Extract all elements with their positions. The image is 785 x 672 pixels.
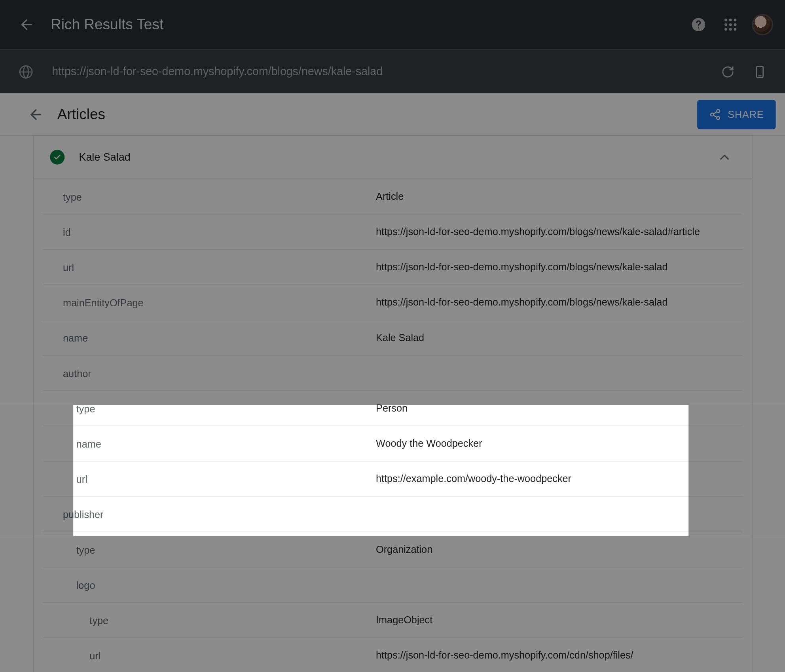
property-value: https://json-ld-for-seo-demo.myshopify.c…	[376, 647, 742, 663]
property-value: Woody the Woodpecker	[376, 436, 742, 451]
svg-line-21	[713, 112, 717, 114]
property-key: author	[43, 365, 376, 381]
property-key: logo	[43, 577, 376, 592]
svg-point-7	[729, 23, 732, 26]
property-row: publisher	[43, 497, 742, 532]
back-button[interactable]	[15, 13, 39, 37]
property-row: urlhttps://json-ld-for-seo-demo.myshopif…	[43, 638, 742, 672]
property-key: url	[43, 259, 376, 275]
svg-point-5	[734, 19, 737, 21]
refresh-icon	[721, 65, 735, 78]
property-value: https://json-ld-for-seo-demo.myshopify.c…	[376, 294, 742, 310]
svg-line-22	[713, 115, 717, 117]
property-key: name	[43, 330, 376, 345]
property-row: logo	[43, 568, 742, 603]
svg-point-9	[724, 28, 727, 31]
arrow-left-icon	[28, 106, 44, 122]
property-row: mainEntityOfPagehttps://json-ld-for-seo-…	[43, 285, 742, 320]
status-badge	[49, 150, 64, 165]
property-value: Article	[376, 188, 742, 204]
app-title: Rich Results Test	[51, 16, 163, 33]
svg-point-3	[724, 19, 727, 21]
property-row: typePerson	[43, 391, 742, 426]
property-row: urlhttps://example.com/woody-the-woodpec…	[43, 461, 742, 497]
property-row: nameWoody the Woodpecker	[43, 426, 742, 461]
property-value: ImageObject	[376, 612, 742, 628]
svg-point-10	[729, 28, 732, 31]
property-row: typeArticle	[43, 179, 742, 215]
item-card: Kale Salad typeArticleidhttps://json-ld-…	[33, 136, 752, 672]
property-row: typeImageObject	[43, 603, 742, 638]
chevron-up-icon	[717, 150, 732, 165]
avatar[interactable]	[752, 14, 773, 35]
property-value: https://example.com/woody-the-woodpecker	[376, 471, 742, 486]
property-key: type	[43, 188, 376, 204]
url-bar: https://json-ld-for-seo-demo.myshopify.c…	[0, 49, 785, 93]
property-row: idhttps://json-ld-for-seo-demo.myshopify…	[43, 215, 742, 250]
section-bar: Articles SHARE	[0, 93, 785, 136]
section-back-button[interactable]	[24, 102, 48, 126]
property-value: Organization	[376, 541, 742, 557]
property-value: Kale Salad	[376, 330, 742, 345]
svg-point-8	[734, 23, 737, 26]
share-icon	[709, 108, 721, 120]
item-name: Kale Salad	[79, 151, 130, 163]
arrow-left-icon	[19, 17, 34, 32]
smartphone-icon	[753, 65, 766, 78]
help-icon	[690, 17, 706, 32]
property-key: type	[43, 400, 376, 416]
apps-grid-icon	[724, 18, 737, 31]
property-row: urlhttps://json-ld-for-seo-demo.myshopif…	[43, 250, 742, 285]
property-key: type	[43, 612, 376, 628]
property-key: url	[43, 647, 376, 663]
property-value: https://json-ld-for-seo-demo.myshopify.c…	[376, 259, 742, 275]
svg-point-6	[724, 23, 727, 26]
property-row: typeOrganization	[43, 532, 742, 568]
share-button[interactable]: SHARE	[697, 100, 776, 129]
property-value: Person	[376, 400, 742, 416]
top-header: Rich Results Test	[0, 0, 785, 49]
property-key: id	[43, 224, 376, 239]
section-title: Articles	[57, 106, 105, 123]
collapse-toggle[interactable]	[717, 150, 732, 165]
property-row: author	[43, 356, 742, 391]
globe-icon-wrap	[15, 60, 37, 83]
refresh-button[interactable]	[715, 58, 741, 85]
properties-table: typeArticleidhttps://json-ld-for-seo-dem…	[34, 179, 751, 672]
help-button[interactable]	[685, 11, 712, 38]
globe-icon	[19, 64, 33, 79]
share-button-label: SHARE	[728, 108, 764, 120]
property-key: mainEntityOfPage	[43, 294, 376, 310]
content-area: Kale Salad typeArticleidhttps://json-ld-…	[0, 136, 785, 672]
property-value: https://json-ld-for-seo-demo.myshopify.c…	[376, 224, 742, 239]
svg-point-11	[734, 28, 737, 31]
property-key: publisher	[43, 506, 376, 522]
device-button[interactable]	[747, 58, 773, 85]
item-header[interactable]: Kale Salad	[34, 136, 751, 179]
property-key: url	[43, 471, 376, 487]
property-row: nameKale Salad	[43, 321, 742, 356]
property-key: name	[43, 436, 376, 452]
apps-button[interactable]	[717, 11, 744, 38]
check-icon	[53, 153, 61, 161]
property-key: type	[43, 541, 376, 557]
svg-point-2	[698, 27, 699, 28]
tested-url[interactable]: https://json-ld-for-seo-demo.myshopify.c…	[52, 65, 709, 78]
svg-point-4	[729, 19, 732, 21]
